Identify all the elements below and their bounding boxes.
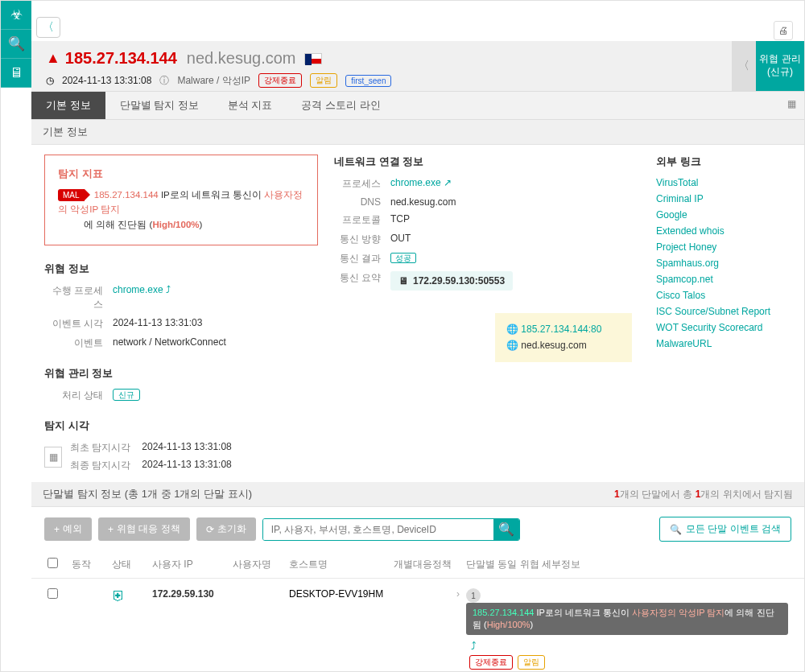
threat-info-title: 위협 정보 (44, 262, 318, 276)
calendar-building-icon: ▦ (44, 447, 62, 468)
chip-alert[interactable]: 알림 (310, 73, 337, 88)
select-all-checkbox[interactable] (47, 558, 58, 568)
net-title: 네트워크 연결 정보 (334, 155, 640, 169)
header-timestamp: 2024-11-13 13:31:08 (62, 75, 151, 86)
count-badge: 1 (466, 588, 481, 603)
status-chip[interactable]: 신규 (113, 389, 140, 401)
destination-box: 🌐 185.27.134.144:80 🌐 ned.kesug.com (495, 313, 632, 362)
mal-badge: MAL (58, 189, 85, 201)
process-link[interactable]: chrome.exe (113, 284, 163, 295)
print-button[interactable]: 🖨 (774, 21, 793, 40)
chip-first-seen[interactable]: first_seen (345, 75, 391, 87)
search-input[interactable] (263, 519, 493, 540)
right-panel-label[interactable]: 위협 관리 (신규) (756, 41, 804, 91)
per-terminal-header: 단말별 탐지 정보 (총 1개 중 1개의 단말 표시) 1개의 단말에서 총 … (31, 482, 804, 507)
indicator-title: 탐지 지표 (58, 167, 304, 181)
right-panel-collapse[interactable]: 〈 (732, 41, 756, 91)
header-classification: Malware / 악성IP (177, 74, 250, 88)
share-icon[interactable]: ⤴ (166, 284, 171, 295)
tab-bar: 기본 정보 단말별 탐지 정보 분석 지표 공격 스토리 라인 ▦ (31, 91, 804, 120)
ext-link-malwareurl[interactable]: MalwareURL (656, 338, 791, 349)
shield-icon: ⛨ (112, 588, 126, 604)
ext-link-isc[interactable]: ISC Source/Subnet Report (656, 306, 791, 317)
ext-links-title: 외부 링크 (656, 155, 791, 169)
ext-link-spamcop[interactable]: Spamcop.net (656, 274, 791, 285)
tab-storyline[interactable]: 공격 스토리 라인 (287, 92, 394, 119)
tab-basic[interactable]: 기본 정보 (31, 92, 105, 119)
ext-link-wot[interactable]: WOT Security Scorecard (656, 322, 791, 333)
tab-analysis[interactable]: 분석 지표 (213, 92, 287, 119)
header-ip: 185.27.134.144 (65, 49, 177, 68)
ext-link-whois[interactable]: Extended whois (656, 225, 791, 237)
table-header: 동작 상태 사용자 IP 사용자명 호스트명 개별대응정책 단말별 동일 위협 … (31, 551, 804, 579)
warning-icon: ▲ (46, 50, 60, 67)
reset-button[interactable]: ⟳ 초기화 (196, 517, 256, 541)
nav-search-icon[interactable]: 🔍 (1, 30, 31, 59)
tab-terminal[interactable]: 단말별 탐지 정보 (105, 92, 213, 119)
ext-link-ciscotalos[interactable]: Cisco Talos (656, 290, 791, 301)
share-icon[interactable]: ⤴ (471, 640, 477, 652)
table-row[interactable]: ⛨ 172.29.59.130 DESKTOP-EVV19HM › 1 185.… (31, 579, 804, 672)
detection-detail: 185.27.134.144 IP로의 네트워크 통신이 사용자정의 악성IP … (466, 603, 788, 635)
monitor-icon: 🖥 (398, 275, 408, 287)
detect-title: 탐지 시각 (44, 418, 318, 433)
external-link-icon[interactable]: ↗ (444, 177, 452, 188)
search-go-button[interactable]: 🔍 (493, 519, 519, 540)
info-icon: ⓘ (159, 74, 169, 88)
globe-icon: 🌐 (506, 340, 518, 351)
threat-policy-button[interactable]: + 위협 대응 정책 (98, 517, 190, 541)
row-chip-force[interactable]: 강제종료 (469, 655, 513, 670)
ext-link-google[interactable]: Google (656, 209, 791, 221)
ext-link-spamhaus[interactable]: Spamhaus.org (656, 258, 791, 269)
back-button[interactable]: 〈 (36, 17, 60, 38)
mgmt-title: 위협 관리 정보 (44, 366, 318, 381)
ext-link-criminalip[interactable]: Criminal IP (656, 193, 791, 204)
row-checkbox[interactable] (47, 588, 58, 599)
clock-icon: ◷ (46, 75, 54, 86)
header-host: ned.kesug.com (187, 49, 296, 68)
section-basic-header: 기본 정보 (31, 120, 804, 145)
chip-force-kill[interactable]: 강제종료 (258, 73, 302, 88)
calendar-icon[interactable]: ▦ (787, 98, 796, 109)
flag-icon (304, 53, 322, 64)
ext-link-virustotal[interactable]: VirusTotal (656, 177, 791, 188)
net-process-link[interactable]: chrome.exe (390, 177, 441, 188)
globe-icon: 🌐 (506, 324, 518, 335)
result-chip: 성공 (390, 253, 416, 263)
nav-monitor-icon[interactable]: 🖥 (1, 59, 31, 88)
summary-box: 🖥172.29.59.130:50553 (390, 271, 513, 291)
row-chip-alert[interactable]: 알림 (518, 655, 545, 670)
indicator-box: 탐지 지표 MAL 185.27.134.144 IP로의 네트워크 통신이 사… (44, 155, 318, 245)
exception-button[interactable]: + 예외 (44, 517, 92, 541)
all-events-search-button[interactable]: 🔍 모든 단말 이벤트 검색 (659, 517, 791, 542)
nav-biohazard-icon[interactable]: ☣ (1, 1, 31, 30)
ext-link-projecthoney[interactable]: Project Honey (656, 241, 791, 253)
header: ▲ 185.27.134.144 ned.kesug.com ◷ 2024-11… (31, 41, 804, 91)
